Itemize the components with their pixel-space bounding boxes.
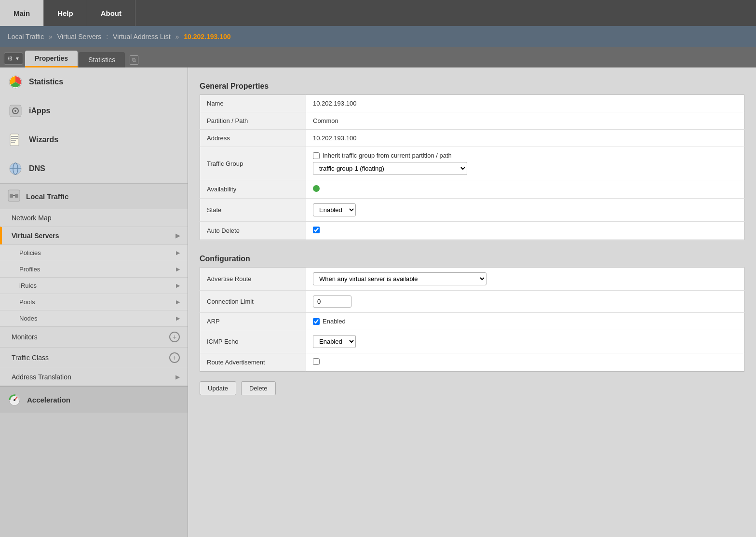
sidebar-item-virtual-servers[interactable]: Virtual Servers ▶: [0, 227, 188, 244]
tab-help[interactable]: Help: [44, 0, 87, 26]
svg-point-3: [14, 110, 16, 112]
table-row: Partition / Path Common: [200, 112, 744, 130]
table-row: Address 10.202.193.100: [200, 130, 744, 147]
form-buttons: Update Delete: [200, 381, 744, 395]
bc-virtual-address-list[interactable]: Virtual Address List: [113, 33, 171, 40]
general-properties-title: General Properties: [200, 77, 744, 94]
table-row: Advertise Route When any virtual server …: [200, 268, 744, 291]
top-nav: Main Help About: [0, 0, 756, 26]
breadcrumb: Local Traffic » Virtual Servers : Virtua…: [0, 26, 756, 47]
auto-delete-checkbox[interactable]: [313, 227, 320, 233]
route-advertisement-checkbox[interactable]: [313, 358, 320, 365]
sidebar-item-address-translation[interactable]: Address Translation ▶: [0, 368, 188, 386]
state-value: Enabled Disabled: [306, 199, 744, 222]
sidebar: Statistics iApps: [0, 67, 188, 537]
table-row: Traffic Group Inherit traffic group from…: [200, 147, 744, 180]
tab-main[interactable]: Main: [0, 0, 44, 26]
sidebar-item-statistics[interactable]: Statistics: [0, 67, 188, 96]
traffic-group-value: Inherit traffic group from current parti…: [306, 147, 744, 180]
arp-value: Enabled: [306, 313, 744, 330]
sidebar-item-iapps[interactable]: iApps: [0, 96, 188, 125]
statistics-icon: [8, 74, 23, 90]
address-label: Address: [200, 130, 306, 147]
local-traffic-label: Local Traffic: [26, 192, 68, 201]
tab-statistics[interactable]: Statistics: [79, 52, 125, 67]
inherit-traffic-group-checkbox[interactable]: [313, 152, 320, 159]
main-layout: Statistics iApps: [0, 67, 756, 537]
sidebar-item-policies[interactable]: Policies ▶: [0, 244, 188, 261]
sidebar-item-dns[interactable]: DNS: [0, 154, 188, 183]
sidebar-item-irules[interactable]: iRules ▶: [0, 277, 188, 294]
sidebar-item-nodes[interactable]: Nodes ▶: [0, 310, 188, 326]
update-button[interactable]: Update: [200, 381, 236, 395]
svg-rect-8: [11, 142, 15, 143]
arp-checkbox[interactable]: [313, 318, 320, 325]
sidebar-item-pools[interactable]: Pools ▶: [0, 294, 188, 310]
svg-rect-5: [11, 136, 18, 137]
external-link-icon: ⧉: [130, 55, 138, 65]
profiles-label: Profiles: [19, 266, 40, 273]
address-value: 10.202.193.100: [306, 130, 744, 147]
auto-delete-label: Auto Delete: [200, 222, 306, 240]
svg-rect-13: [10, 194, 13, 198]
table-row: Connection Limit: [200, 291, 744, 313]
table-row: ICMP Echo Enabled Disabled: [200, 330, 744, 353]
name-label: Name: [200, 95, 306, 112]
sidebar-item-monitors[interactable]: Monitors +: [0, 326, 188, 347]
local-traffic-icon: [8, 189, 21, 203]
gear-icon: ⚙: [7, 55, 13, 62]
sidebar-item-traffic-class[interactable]: Traffic Class +: [0, 347, 188, 368]
configuration-title: Configuration: [200, 250, 744, 267]
sidebar-item-wizards[interactable]: Wizards: [0, 125, 188, 154]
sidebar-item-acceleration[interactable]: Acceleration: [0, 386, 188, 413]
configuration-table: Advertise Route When any virtual server …: [200, 267, 744, 372]
tab-external-icon[interactable]: ⧉: [130, 55, 138, 65]
bc-virtual-servers[interactable]: Virtual Servers: [57, 33, 102, 40]
tab-bar: ⚙ ▼ Properties Statistics ⧉: [0, 47, 756, 67]
monitors-label: Monitors: [12, 333, 38, 341]
state-label: State: [200, 199, 306, 222]
availability-dot-icon: [313, 185, 320, 192]
route-advertisement-label: Route Advertisement: [200, 353, 306, 372]
advertise-route-select[interactable]: When any virtual server is availableAlwa…: [313, 272, 486, 285]
pools-arrow-icon: ▶: [176, 299, 180, 305]
name-value: 10.202.193.100: [306, 95, 744, 112]
advertise-route-value: When any virtual server is availableAlwa…: [306, 268, 744, 291]
monitors-plus-icon[interactable]: +: [169, 332, 180, 342]
traffic-class-plus-icon[interactable]: +: [169, 352, 180, 363]
sidebar-item-network-map[interactable]: Network Map: [0, 209, 188, 227]
bc-current-ip: 10.202.193.100: [184, 33, 230, 40]
advertise-route-label: Advertise Route: [200, 268, 306, 291]
icmp-echo-select[interactable]: Enabled Disabled: [313, 335, 356, 348]
network-map-label: Network Map: [12, 214, 51, 222]
acceleration-label: Acceleration: [27, 396, 70, 404]
gear-arrow-icon: ▼: [15, 56, 20, 61]
delete-button[interactable]: Delete: [241, 381, 276, 395]
connection-limit-value: [306, 291, 744, 313]
irules-arrow-icon: ▶: [176, 282, 180, 289]
sidebar-item-profiles[interactable]: Profiles ▶: [0, 261, 188, 277]
table-row: State Enabled Disabled: [200, 199, 744, 222]
svg-rect-14: [15, 194, 18, 198]
tab-about[interactable]: About: [87, 0, 135, 26]
statistics-label: Statistics: [29, 78, 63, 86]
icmp-echo-value: Enabled Disabled: [306, 330, 744, 353]
connection-limit-input[interactable]: [313, 295, 351, 308]
dns-label: DNS: [29, 164, 45, 173]
gear-dropdown[interactable]: ⚙ ▼: [4, 53, 23, 65]
table-row: Name 10.202.193.100: [200, 95, 744, 112]
partition-label: Partition / Path: [200, 112, 306, 130]
bc-local-traffic[interactable]: Local Traffic: [8, 33, 44, 40]
traffic-group-select[interactable]: traffic-group-1 (floating): [313, 162, 467, 175]
route-advertisement-value: [306, 353, 744, 372]
state-select[interactable]: Enabled Disabled: [313, 203, 356, 216]
svg-point-18: [14, 399, 15, 401]
iapps-icon: [8, 103, 23, 119]
policies-label: Policies: [19, 249, 41, 256]
availability-value: [306, 180, 744, 199]
irules-label: iRules: [19, 282, 37, 289]
connection-limit-label: Connection Limit: [200, 291, 306, 313]
wizards-icon: [8, 132, 23, 148]
sidebar-group-local-traffic[interactable]: Local Traffic: [0, 183, 188, 209]
tab-properties[interactable]: Properties: [25, 51, 78, 67]
